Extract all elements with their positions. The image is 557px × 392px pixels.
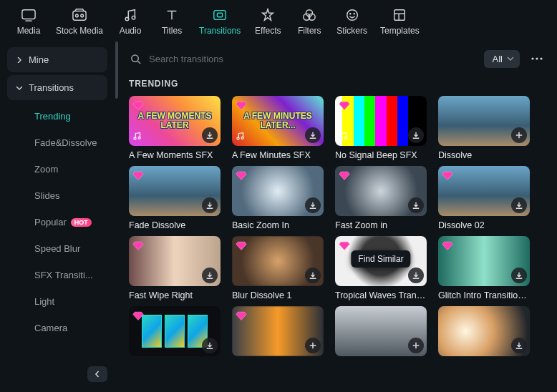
sidebar-collapse-button[interactable] [87, 366, 107, 382]
tab-titles[interactable]: Titles [158, 7, 186, 36]
svg-rect-7 [214, 11, 226, 20]
transition-thumbnail[interactable] [129, 306, 221, 356]
media-icon [21, 7, 37, 23]
tab-transitions[interactable]: Transitions [199, 7, 241, 36]
transition-thumbnail[interactable] [438, 96, 530, 146]
transition-thumbnail[interactable] [438, 166, 530, 216]
sidebar-item-trending[interactable]: Trending [29, 103, 107, 129]
more-options-button[interactable] [527, 49, 547, 69]
add-button[interactable] [408, 338, 424, 353]
transition-thumbnail[interactable]: A FEW MOMENTS LATER [129, 96, 221, 146]
sidebar-item-slides[interactable]: Slides [29, 182, 107, 209]
premium-diamond-icon [132, 169, 145, 182]
premium-diamond-icon [441, 169, 454, 182]
transition-card [129, 306, 221, 361]
transition-title: Blur Dissolve 1 [232, 290, 324, 300]
download-icon [515, 201, 523, 210]
download-button[interactable] [305, 268, 321, 283]
svg-point-3 [76, 14, 79, 17]
add-button[interactable] [305, 338, 321, 353]
stickers-icon [344, 7, 360, 23]
transition-thumbnail[interactable] [335, 96, 427, 146]
download-button[interactable] [408, 197, 424, 213]
sidebar-item-label: Slides [34, 190, 59, 201]
sidebar-item-label: SFX Transiti... [34, 270, 93, 280]
premium-diamond-icon [235, 309, 248, 322]
transition-title: Basic Zoom In [232, 220, 324, 230]
sidebar-item-light[interactable]: Light [29, 288, 107, 315]
svg-rect-8 [218, 13, 223, 16]
tab-label: Media [17, 26, 41, 36]
transition-card: Blur Dissolve 1 [232, 236, 324, 300]
download-icon [205, 201, 214, 210]
download-button[interactable] [511, 268, 527, 283]
download-button[interactable] [202, 127, 218, 143]
sidebar-group-transitions[interactable]: Transitions [7, 75, 107, 100]
transition-title: Fast Wipe Right [129, 290, 221, 300]
transition-thumbnail[interactable] [438, 236, 530, 286]
download-button[interactable] [511, 197, 527, 213]
tab-label: Stickers [336, 26, 367, 36]
filters-icon [301, 7, 317, 23]
transition-thumbnail[interactable] [232, 236, 324, 286]
tab-audio[interactable]: Audio [116, 7, 145, 36]
svg-point-20 [531, 57, 533, 59]
sidebar-item-speed-blur[interactable]: Speed Blur [29, 235, 107, 262]
premium-diamond-icon [235, 239, 248, 252]
download-button[interactable] [511, 338, 527, 353]
sidebar-item-label: Speed Blur [34, 243, 80, 254]
add-button[interactable] [511, 127, 527, 143]
sidebar-item-label: Trending [34, 111, 71, 122]
filter-dropdown[interactable]: All [484, 50, 520, 68]
transition-thumbnail[interactable] [232, 166, 324, 216]
svg-line-19 [137, 61, 140, 64]
transition-thumbnail[interactable] [438, 306, 530, 356]
tab-media[interactable]: Media [14, 7, 43, 36]
svg-rect-15 [394, 10, 405, 21]
sidebar-item-sfx-transiti-[interactable]: SFX Transiti... [29, 262, 107, 288]
sidebar-item-zoom[interactable]: Zoom [29, 156, 107, 182]
svg-point-4 [81, 14, 84, 17]
transition-card: A FEW MINUTES LATER...A Few Minutes SFX [232, 96, 324, 160]
tab-stickers[interactable]: Stickers [336, 7, 367, 36]
transition-card: Dissolve [438, 96, 530, 160]
svg-point-14 [354, 14, 354, 14]
transition-thumbnail[interactable]: A FEW MINUTES LATER... [232, 96, 324, 146]
tab-stock-media[interactable]: Stock Media [56, 7, 103, 36]
download-button[interactable] [202, 338, 218, 353]
transition-thumbnail[interactable]: Find Similar [335, 236, 427, 286]
sidebar-item-popular[interactable]: PopularHOT [29, 209, 107, 235]
tab-templates[interactable]: Templates [380, 7, 420, 36]
download-button[interactable] [202, 268, 218, 283]
download-button[interactable] [305, 127, 321, 143]
transition-thumbnail[interactable] [335, 166, 427, 216]
transition-card [335, 306, 427, 361]
transition-thumbnail[interactable] [335, 306, 427, 356]
transition-title: A Few Moments SFX [129, 150, 221, 160]
search-input[interactable] [149, 54, 477, 64]
download-button[interactable] [408, 268, 424, 283]
transition-title: Fade Dissolve [129, 220, 221, 230]
svg-point-23 [134, 137, 136, 139]
transition-card: A FEW MOMENTS LATERA Few Moments SFX [129, 96, 221, 160]
chevron-right-icon [16, 57, 23, 63]
sidebar-scrollbar[interactable] [115, 41, 119, 391]
chevron-down-icon [507, 55, 514, 62]
transition-thumbnail[interactable] [129, 166, 221, 216]
download-button[interactable] [202, 197, 218, 213]
download-icon [309, 201, 317, 210]
transition-title: Fast Zoom in [335, 220, 427, 230]
tab-effects[interactable]: Effects [253, 7, 282, 36]
transition-thumbnail[interactable] [232, 306, 324, 356]
sidebar-group-mine[interactable]: Mine [7, 47, 107, 72]
tab-filters[interactable]: Filters [295, 7, 324, 36]
sidebar-item-camera[interactable]: Camera [29, 315, 107, 341]
transition-thumbnail[interactable] [129, 236, 221, 286]
premium-diamond-icon [132, 239, 145, 252]
download-button[interactable] [305, 197, 321, 213]
download-button[interactable] [408, 127, 424, 143]
svg-point-13 [349, 14, 350, 14]
transition-card: Fast Wipe Right [129, 236, 221, 300]
premium-diamond-icon [441, 239, 454, 252]
sidebar-item-fade-dissolve[interactable]: Fade&Dissolve [29, 129, 107, 156]
